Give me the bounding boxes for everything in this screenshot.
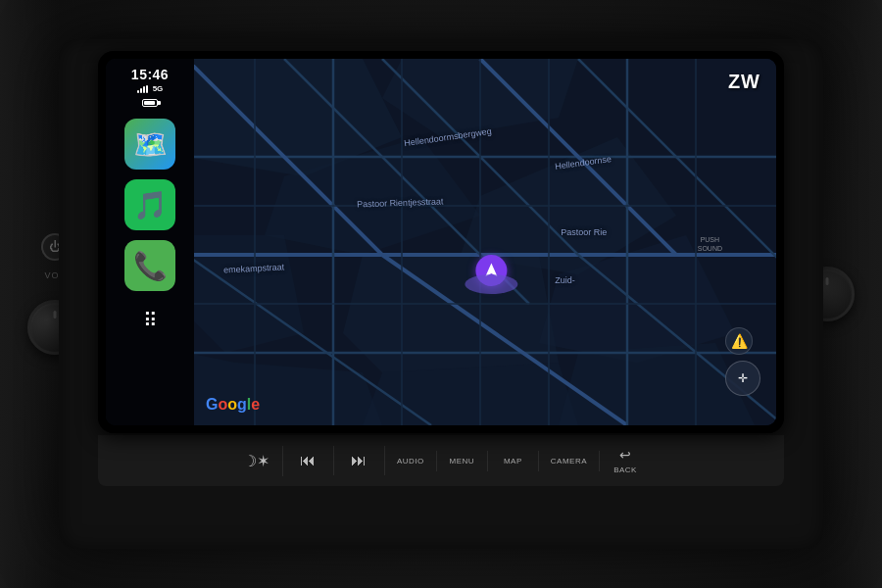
map-label: MAP — [504, 457, 522, 466]
sig-bar-4 — [146, 85, 148, 93]
dashboard: 15:46 5G — [59, 39, 823, 549]
svg-marker-9 — [363, 363, 578, 425]
map-area[interactable]: Pastoor Rientjesstraat Pastoor Rie emeka… — [194, 59, 776, 425]
night-mode-button[interactable]: ☽✶ — [231, 446, 283, 476]
move-icon: ✛ — [738, 371, 748, 385]
prev-icon: ⏮ — [300, 452, 317, 469]
control-bar: ☽✶ ⏮ ⏭ AUDIO MENU MAP CAMERA ↩ BACK — [98, 435, 784, 486]
battery-icon — [142, 99, 158, 107]
location-marker — [475, 255, 507, 286]
maps-app-icon[interactable]: 🗺️ — [124, 119, 175, 170]
phone-app-icon[interactable]: 📞 — [124, 240, 175, 291]
street-label-zuidstraat: Zuid- — [555, 275, 575, 285]
google-g2: g — [237, 396, 247, 413]
google-watermark: Google — [206, 396, 260, 414]
next-button[interactable]: ⏭ — [334, 446, 385, 475]
warning-button[interactable]: ⚠️ — [725, 327, 753, 355]
push-sound-label: PUSH SOUND — [698, 235, 722, 253]
zoom-button[interactable]: ✛ — [725, 361, 760, 396]
sig-bar-1 — [137, 90, 139, 93]
google-e: e — [251, 396, 260, 413]
sig-bar-3 — [143, 86, 145, 93]
screen-bezel: 15:46 5G — [98, 51, 784, 433]
audio-label: AUDIO — [397, 457, 424, 466]
menu-label: MENU — [450, 457, 475, 466]
audio-button[interactable]: AUDIO — [385, 451, 437, 471]
menu-button[interactable]: MENU — [437, 451, 488, 471]
spotify-app-icon[interactable]: 🎵 — [124, 179, 175, 230]
carplay-sidebar: 15:46 5G — [106, 59, 194, 425]
clock: 15:46 — [131, 67, 169, 82]
google-g: G — [206, 396, 218, 413]
back-icon: ↩ — [619, 447, 632, 463]
location-shadow — [465, 274, 517, 294]
camera-button[interactable]: CAMERA — [539, 451, 600, 471]
map-svg — [194, 59, 776, 425]
back-button[interactable]: ↩ BACK — [600, 441, 651, 480]
google-o2: o — [227, 396, 237, 413]
back-label: BACK — [613, 466, 637, 474]
main-screen: 15:46 5G — [106, 59, 776, 425]
signal-bars — [137, 85, 148, 93]
map-controls: ⚠️ ✛ — [725, 327, 760, 396]
car-interior: ⏻ VOL 15:46 — [0, 0, 882, 588]
app-grid-icon[interactable]: ⠿ — [143, 309, 158, 332]
street-label-pastoor-rie: Pastoor Rie — [561, 227, 607, 237]
network-type: 5G — [153, 84, 164, 93]
prev-button[interactable]: ⏮ — [283, 446, 334, 475]
compass: ZW — [728, 71, 760, 93]
status-bar: 15:46 5G — [131, 67, 169, 111]
google-o1: o — [218, 396, 227, 413]
camera-label: CAMERA — [551, 457, 587, 466]
battery-fill — [144, 101, 155, 105]
status-icons: 5G — [131, 84, 169, 93]
map-button[interactable]: MAP — [488, 451, 539, 471]
next-icon: ⏭ — [351, 452, 368, 469]
sig-bar-2 — [140, 88, 142, 93]
night-mode-icon: ☽✶ — [243, 452, 270, 470]
